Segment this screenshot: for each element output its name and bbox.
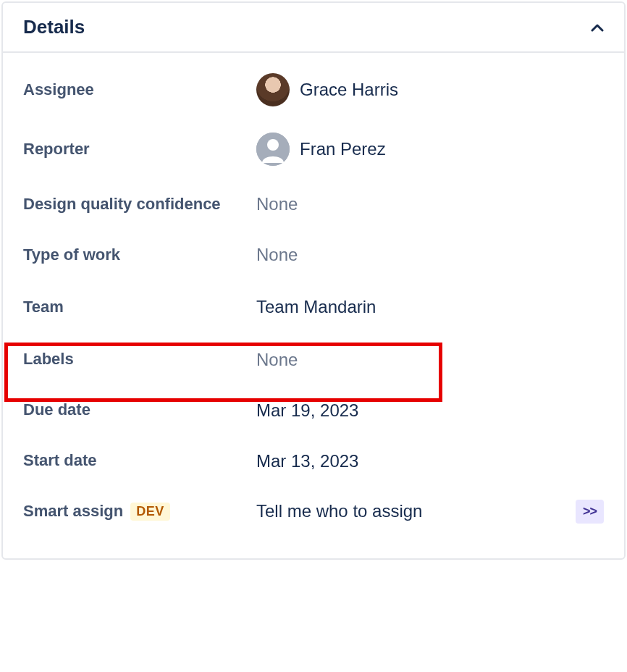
field-due-date[interactable]: Due date Mar 19, 2023 [3, 385, 624, 436]
chevron-up-icon [591, 21, 604, 34]
field-smart-assign: Smart assign DEV Tell me who to assign >… [3, 487, 624, 537]
svg-point-1 [267, 139, 279, 151]
field-label-team: Team [23, 296, 256, 319]
assignee-name: Grace Harris [300, 80, 398, 100]
field-label-design-quality: Design quality confidence [23, 193, 256, 216]
details-panel-header[interactable]: Details [3, 3, 624, 53]
dev-badge: DEV [130, 503, 170, 521]
field-label-labels: Labels [23, 348, 256, 371]
smart-assign-label-wrap: Smart assign DEV [23, 502, 256, 521]
details-panel-body: Assignee Grace Harris Reporter [3, 53, 624, 558]
field-assignee[interactable]: Assignee Grace Harris [3, 60, 624, 119]
reporter-name: Fran Perez [300, 139, 386, 159]
details-panel-title: Details [23, 16, 85, 38]
field-reporter[interactable]: Reporter Fran Perez [3, 119, 624, 179]
field-value-start-date: Mar 13, 2023 [256, 451, 604, 471]
field-start-date[interactable]: Start date Mar 13, 2023 [3, 436, 624, 487]
field-label-start-date: Start date [23, 450, 256, 472]
field-value-labels: None [256, 350, 604, 370]
field-label-reporter: Reporter [23, 138, 256, 161]
field-type-of-work[interactable]: Type of work None [3, 230, 624, 280]
field-label-assignee: Assignee [23, 79, 256, 101]
field-value-team: Team Mandarin [256, 297, 604, 317]
field-value-design-quality: None [256, 194, 604, 214]
field-design-quality[interactable]: Design quality confidence None [3, 179, 624, 230]
field-label-smart-assign: Smart assign [23, 502, 123, 521]
field-team[interactable]: Team Team Mandarin [3, 280, 624, 335]
avatar-assignee [256, 73, 290, 106]
field-value-due-date: Mar 19, 2023 [256, 400, 604, 421]
avatar-reporter-placeholder-icon [256, 133, 290, 166]
field-label-type-of-work: Type of work [23, 244, 256, 266]
details-panel: Details Assignee Grace Harris Reporter [1, 1, 626, 560]
field-value-reporter: Fran Perez [256, 133, 604, 166]
smart-assign-action-button[interactable]: >> [576, 500, 604, 524]
field-label-due-date: Due date [23, 399, 256, 421]
smart-assign-prompt[interactable]: Tell me who to assign [256, 501, 576, 521]
field-labels[interactable]: Labels None [3, 335, 624, 385]
field-value-type-of-work: None [256, 245, 604, 265]
field-value-assignee: Grace Harris [256, 73, 604, 106]
